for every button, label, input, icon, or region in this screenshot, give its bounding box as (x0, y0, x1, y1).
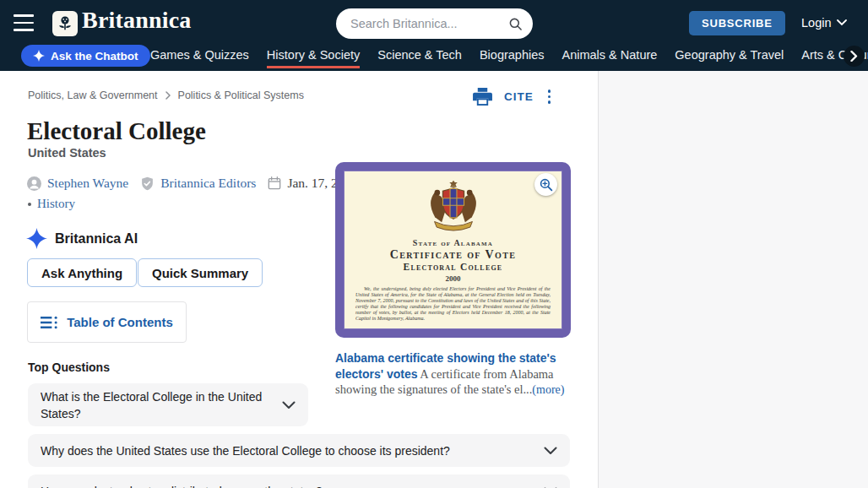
calendar-icon (268, 176, 281, 190)
primary-nav: Games & Quizzes History & Society Scienc… (150, 45, 868, 71)
chevron-down-icon (837, 19, 847, 26)
question-text: How are electoral votes distributed amon… (28, 474, 570, 488)
breadcrumb-politics-law-government[interactable]: Politics, Law & Government (28, 89, 158, 101)
certificate-year: 2000 (344, 274, 561, 283)
breadcrumb-politics-political-systems[interactable]: Politics & Political Systems (178, 89, 304, 101)
britannica-ai-title: Britannica AI (55, 231, 138, 247)
certificate-body-text: We, the undersigned, being duly elected … (344, 283, 561, 322)
britannica-ai-header: Britannica AI (26, 228, 138, 249)
category-row: History (28, 197, 75, 211)
alabama-certificate-image: State of Alabama Certificate of Vote Ele… (344, 171, 562, 329)
sparkle-icon (33, 50, 45, 62)
right-rail (598, 71, 868, 488)
subscribe-button[interactable]: SUBSCRIBE (689, 11, 785, 35)
ai-sparkle-icon (26, 228, 47, 249)
chevron-down-icon (282, 401, 296, 409)
thistle-icon (55, 14, 75, 34)
top-questions-heading: Top Questions (28, 361, 110, 374)
nav-item-animals-nature[interactable]: Animals & Nature (562, 45, 658, 68)
question-text: What is the Electoral College in the Uni… (28, 383, 308, 422)
article-toolbar: CITE (473, 87, 553, 106)
search-icon[interactable] (508, 15, 523, 33)
ask-the-chatbot-button[interactable]: Ask the Chatbot (21, 45, 150, 67)
certificate-title-line: Certificate of Vote (344, 248, 561, 262)
certificate-state-line: State of Alabama (344, 238, 561, 247)
print-icon[interactable] (473, 88, 492, 106)
question-text: Why does the United States use the Elect… (28, 434, 570, 459)
breadcrumb-separator-icon (165, 91, 171, 100)
page-title: Electoral College (27, 117, 206, 145)
toc-label: Table of Contents (67, 315, 173, 329)
nav-item-geography-travel[interactable]: Geography & Travel (675, 45, 784, 68)
editors-link[interactable]: Britannica Editors (160, 176, 256, 191)
zoom-in-icon (540, 178, 553, 192)
brand-wordmark[interactable]: Britannica (82, 7, 192, 34)
alabama-coat-of-arms (426, 179, 481, 233)
table-of-contents-button[interactable]: Table of Contents (27, 301, 187, 343)
caption-more-link[interactable]: (more) (532, 383, 564, 396)
article-lead-image[interactable]: State of Alabama Certificate of Vote Ele… (335, 162, 571, 338)
login-button[interactable]: Login (801, 16, 847, 30)
author-avatar-icon (27, 176, 41, 191)
question-accordion-1[interactable]: What is the Electoral College in the Uni… (28, 383, 308, 426)
quick-summary-button[interactable]: Quick Summary (138, 258, 263, 287)
image-zoom-button[interactable] (534, 173, 557, 196)
question-accordion-2[interactable]: Why does the United States use the Elect… (28, 434, 570, 467)
chevron-right-icon (850, 51, 858, 62)
question-accordion-3[interactable]: How are electoral votes distributed amon… (28, 474, 570, 488)
britannica-article-page: Britannica SUBSCRIBE Login Ask the Chatb… (0, 0, 868, 488)
image-caption: Alabama certificate showing the state's … (335, 350, 573, 398)
nav-item-games-quizzes[interactable]: Games & Quizzes (150, 45, 249, 68)
search-bar[interactable] (336, 8, 533, 39)
bullet-dot (28, 203, 31, 206)
nav-item-science-tech[interactable]: Science & Tech (377, 45, 462, 68)
verified-shield-icon (140, 176, 155, 191)
more-options-kebab-icon[interactable] (545, 87, 554, 106)
chevron-down-icon (544, 447, 557, 455)
category-history-link[interactable]: History (37, 197, 75, 211)
site-header: Britannica SUBSCRIBE Login Ask the Chatb… (0, 0, 868, 71)
nav-item-history-society[interactable]: History & Society (267, 45, 360, 68)
chatbot-label: Ask the Chatbot (51, 50, 138, 62)
cite-button[interactable]: CITE (504, 90, 534, 103)
search-input[interactable] (350, 17, 508, 30)
britannica-logo[interactable] (52, 11, 78, 36)
author-link[interactable]: Stephen Wayne (47, 176, 128, 191)
toc-list-icon (41, 316, 58, 329)
byline: Stephen Wayne Britannica Editors Jan. 17… (27, 176, 357, 191)
ask-anything-button[interactable]: Ask Anything (27, 258, 137, 287)
login-label: Login (801, 16, 831, 30)
certificate-subtitle-line: Electoral College (344, 262, 561, 272)
breadcrumb: Politics, Law & Government Politics & Po… (28, 89, 304, 101)
nav-item-biographies[interactable]: Biographies (480, 45, 545, 68)
article-subtitle: United States (28, 146, 106, 160)
nav-scroll-right-button[interactable] (844, 46, 865, 67)
hamburger-menu-icon[interactable] (14, 14, 34, 31)
